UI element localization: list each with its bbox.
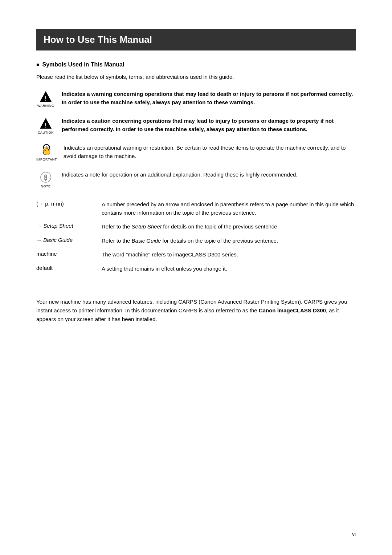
- ref-row-basic-guide: → Basic Guide Refer to the Basic Guide f…: [36, 234, 356, 248]
- ref-desc-default: A setting that remains in effect unless …: [102, 262, 356, 276]
- caution-row: ! CAUTION Indicates a caution concerning…: [36, 117, 356, 134]
- warning-row: ! WARNING Indicates a warning concerning…: [36, 90, 356, 108]
- important-label: IMPORTANT: [36, 158, 57, 161]
- warning-label: WARNING: [37, 104, 54, 108]
- bold-brand-name: Canon imageCLASS D300: [259, 307, 326, 313]
- intro-text: Please read the list below of symbols, t…: [36, 74, 356, 80]
- ref-term-machine: machine: [36, 248, 102, 262]
- warning-icon: !: [39, 90, 52, 103]
- page-number: vi: [352, 531, 356, 537]
- note-row: NOTE Indicates a note for operation or a…: [36, 171, 356, 188]
- caution-icon: !: [39, 117, 52, 130]
- note-icon-container: NOTE: [36, 171, 55, 188]
- svg-marker-12: [45, 180, 47, 181]
- svg-rect-11: [45, 175, 47, 179]
- page: How to Use This Manual Symbols Used in T…: [0, 0, 392, 555]
- note-icon: [39, 171, 52, 184]
- ref-term-setup-sheet: → Setup Sheet: [36, 220, 102, 234]
- arrow-symbol-setup: →: [36, 223, 43, 229]
- ref-term-basic-guide: → Basic Guide: [36, 234, 102, 248]
- ref-row-page: (→ p. n-nn) A number preceded by an arro…: [36, 198, 356, 220]
- ref-desc-basic-guide: Refer to the Basic Guide for details on …: [102, 234, 356, 248]
- important-icon: 👋: [40, 144, 53, 157]
- note-label: NOTE: [41, 185, 50, 188]
- svg-text:!: !: [45, 95, 46, 102]
- caution-text: Indicates a caution concerning operation…: [62, 117, 356, 133]
- svg-text:!: !: [45, 122, 46, 129]
- arrow-symbol: (→ p. n-nn): [36, 200, 64, 207]
- arrow-symbol-basic: →: [36, 237, 43, 243]
- ref-desc-setup-sheet: Refer to the Setup Sheet for details on …: [102, 220, 356, 234]
- ref-term-page: (→ p. n-nn): [36, 198, 102, 220]
- important-text: Indicates an operational warning or rest…: [64, 144, 356, 160]
- ref-desc-page: A number preceded by an arrow and enclos…: [102, 198, 356, 220]
- setup-sheet-term: Setup Sheet: [43, 223, 73, 229]
- chapter-title: How to Use This Manual: [36, 29, 356, 50]
- ref-row-default: default A setting that remains in effect…: [36, 262, 356, 276]
- svg-text:👋: 👋: [41, 146, 52, 156]
- ref-row-setup-sheet: → Setup Sheet Refer to the Setup Sheet f…: [36, 220, 356, 234]
- basic-guide-term: Basic Guide: [43, 237, 73, 243]
- basic-guide-ref: Basic Guide: [132, 238, 161, 244]
- warning-icon-container: ! WARNING: [36, 90, 55, 108]
- note-text: Indicates a note for operation or an add…: [62, 171, 356, 179]
- ref-row-machine: machine The word "machine" refers to ima…: [36, 248, 356, 262]
- caution-icon-container: ! CAUTION: [36, 117, 55, 134]
- warning-text: Indicates a warning concerning operation…: [62, 90, 356, 106]
- caution-label: CAUTION: [38, 131, 54, 134]
- ref-desc-machine: The word "machine" refers to imageCLASS …: [102, 248, 356, 262]
- bottom-paragraph: Your new machine has many advanced featu…: [36, 297, 356, 324]
- reference-table: (→ p. n-nn) A number preceded by an arro…: [36, 198, 356, 276]
- setup-sheet-ref: Setup Sheet: [132, 223, 162, 230]
- ref-term-default: default: [36, 262, 102, 276]
- important-icon-container: 👋 IMPORTANT: [36, 144, 57, 161]
- important-row: 👋 IMPORTANT Indicates an operational war…: [36, 144, 356, 161]
- section-title: Symbols Used in This Manual: [36, 61, 356, 68]
